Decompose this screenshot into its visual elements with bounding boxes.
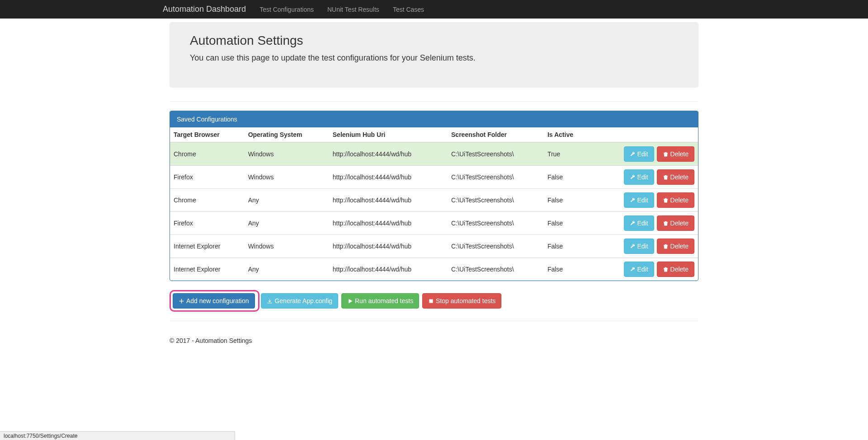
cell-actions: Edit Delete — [590, 212, 698, 235]
trash-icon — [663, 243, 669, 249]
delete-button[interactable]: Delete — [657, 262, 694, 277]
generate-appconfig-button[interactable]: Generate App.config — [261, 293, 338, 309]
delete-label: Delete — [670, 219, 689, 228]
divider — [170, 101, 698, 102]
edit-button[interactable]: Edit — [624, 262, 654, 277]
cell-active: False — [544, 166, 590, 189]
table-row: ChromeWindowshttp://localhost:4444/wd/hu… — [170, 142, 698, 166]
cell-os: Windows — [245, 166, 329, 189]
page-header-jumbotron: Automation Settings You can use this pag… — [170, 22, 698, 88]
table-row: Internet ExplorerWindowshttp://localhost… — [170, 235, 698, 258]
delete-button[interactable]: Delete — [657, 239, 694, 254]
trash-icon — [663, 267, 669, 272]
col-actions — [590, 127, 698, 142]
col-active: Is Active — [544, 127, 590, 142]
wrench-icon — [630, 174, 636, 180]
add-configuration-label: Add new configuration — [186, 296, 249, 305]
col-browser: Target Browser — [170, 127, 245, 142]
download-icon — [267, 298, 273, 304]
edit-label: Edit — [637, 196, 648, 205]
saved-configurations-panel: Saved Configurations Target Browser Oper… — [170, 111, 698, 281]
edit-button[interactable]: Edit — [624, 169, 654, 185]
cell-hub: http://localhost:4444/wd/hub — [329, 189, 448, 212]
plus-icon — [179, 298, 184, 304]
table-row: FirefoxWindowshttp://localhost:4444/wd/h… — [170, 166, 698, 189]
cell-os: Any — [245, 212, 329, 235]
cell-hub: http://localhost:4444/wd/hub — [329, 212, 448, 235]
footer-text: © 2017 - Automation Settings — [170, 330, 698, 351]
delete-button[interactable]: Delete — [657, 169, 694, 185]
cell-active: True — [544, 142, 590, 166]
nav-link-test-configurations[interactable]: Test Configurations — [253, 1, 321, 18]
cell-hub: http://localhost:4444/wd/hub — [329, 235, 448, 258]
cell-actions: Edit Delete — [590, 235, 698, 258]
table-row: ChromeAnyhttp://localhost:4444/wd/hubC:\… — [170, 189, 698, 212]
wrench-icon — [630, 220, 636, 226]
stop-tests-label: Stop automated tests — [436, 296, 495, 305]
cell-os: Windows — [245, 235, 329, 258]
table-row: Internet ExplorerAnyhttp://localhost:444… — [170, 258, 698, 281]
cell-hub: http://localhost:4444/wd/hub — [329, 142, 448, 166]
page-subtitle: You can use this page to update the test… — [190, 53, 678, 63]
delete-button[interactable]: Delete — [657, 215, 694, 231]
cell-folder: C:\UiTestScreenshots\ — [448, 189, 544, 212]
delete-label: Delete — [670, 150, 689, 159]
cell-active: False — [544, 235, 590, 258]
cell-browser: Chrome — [170, 142, 245, 166]
wrench-icon — [630, 151, 636, 157]
panel-heading: Saved Configurations — [170, 111, 698, 127]
nav-link-test-cases[interactable]: Test Cases — [386, 1, 431, 18]
edit-label: Edit — [637, 265, 648, 274]
col-hub: Selenium Hub Uri — [329, 127, 448, 142]
edit-label: Edit — [637, 219, 648, 228]
generate-appconfig-label: Generate App.config — [274, 296, 332, 305]
navbar-brand[interactable]: Automation Dashboard — [163, 0, 253, 19]
svg-rect-0 — [429, 299, 433, 303]
wrench-icon — [630, 267, 636, 272]
wrench-icon — [630, 197, 636, 203]
table-row: FirefoxAnyhttp://localhost:4444/wd/hubC:… — [170, 212, 698, 235]
add-configuration-button[interactable]: Add new configuration — [173, 293, 255, 309]
navbar-links: Test Configurations NUnit Test Results T… — [253, 1, 431, 18]
delete-label: Delete — [670, 196, 689, 205]
edit-label: Edit — [637, 173, 648, 182]
delete-label: Delete — [670, 242, 689, 251]
cell-browser: Internet Explorer — [170, 235, 245, 258]
configurations-table: Target Browser Operating System Selenium… — [170, 127, 698, 281]
edit-button[interactable]: Edit — [624, 192, 654, 208]
edit-label: Edit — [637, 150, 648, 159]
run-tests-button[interactable]: Run automated tests — [341, 293, 419, 309]
cell-actions: Edit Delete — [590, 142, 698, 166]
cell-folder: C:\UiTestScreenshots\ — [448, 212, 544, 235]
delete-button[interactable]: Delete — [657, 192, 694, 208]
action-button-row: Add new configuration Generate App.confi… — [170, 290, 698, 312]
trash-icon — [663, 174, 669, 180]
cell-folder: C:\UiTestScreenshots\ — [448, 258, 544, 281]
top-navbar: Automation Dashboard Test Configurations… — [0, 0, 868, 19]
delete-label: Delete — [670, 265, 689, 274]
play-icon — [347, 298, 353, 304]
cell-actions: Edit Delete — [590, 189, 698, 212]
cell-os: Any — [245, 189, 329, 212]
cell-hub: http://localhost:4444/wd/hub — [329, 258, 448, 281]
cell-actions: Edit Delete — [590, 166, 698, 189]
highlight-annotation: Add new configuration — [170, 290, 259, 312]
cell-os: Any — [245, 258, 329, 281]
edit-button[interactable]: Edit — [624, 146, 654, 162]
cell-active: False — [544, 258, 590, 281]
stop-tests-button[interactable]: Stop automated tests — [422, 293, 501, 309]
cell-folder: C:\UiTestScreenshots\ — [448, 142, 544, 166]
run-tests-label: Run automated tests — [355, 296, 413, 305]
edit-button[interactable]: Edit — [624, 215, 654, 231]
cell-folder: C:\UiTestScreenshots\ — [448, 235, 544, 258]
edit-label: Edit — [637, 242, 648, 251]
trash-icon — [663, 151, 669, 157]
cell-browser: Internet Explorer — [170, 258, 245, 281]
page-title: Automation Settings — [190, 33, 678, 48]
trash-icon — [663, 220, 669, 226]
edit-button[interactable]: Edit — [624, 239, 654, 254]
delete-button[interactable]: Delete — [657, 146, 694, 162]
cell-browser: Firefox — [170, 212, 245, 235]
nav-link-nunit-results[interactable]: NUnit Test Results — [321, 1, 386, 18]
footer-divider — [170, 321, 698, 321]
